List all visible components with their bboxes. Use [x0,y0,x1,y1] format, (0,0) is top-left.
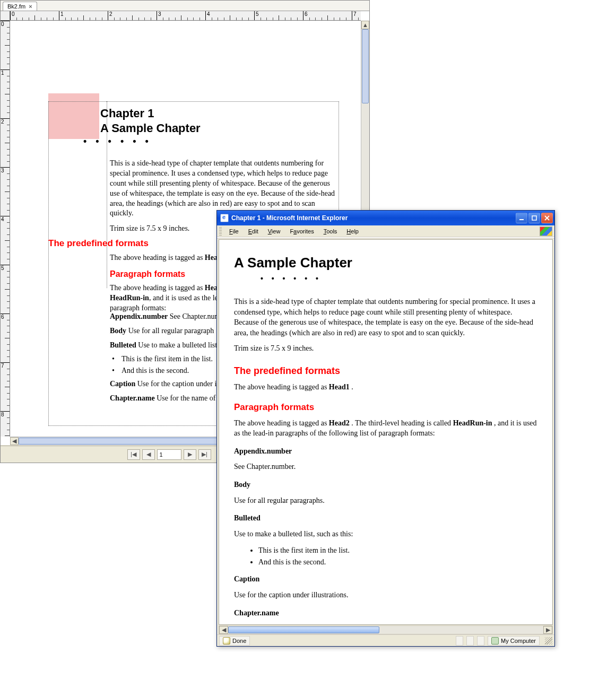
ruler-subtick [151,18,151,20]
ruler-subtick [358,18,359,20]
ruler-subtick [7,33,10,33]
vertical-ruler[interactable]: 012345678 [1,21,10,437]
minimize-button[interactable] [516,213,527,223]
chapter-title: A Sample Chapter [100,121,201,135]
ruler-tick: 0 [1,21,10,27]
term: Appendix.number [234,446,537,457]
definition: See Chapter.num [168,312,220,320]
paragraph: The above heading is tagged as Head1 . [234,382,537,393]
ruler-subtick [193,18,194,20]
ruler-subtick [29,18,29,20]
ruler-tick: 4 [1,216,10,222]
scroll-track[interactable] [228,626,543,634]
svg-rect-1 [532,216,536,220]
menu-favorites[interactable]: Favorites [285,227,318,236]
ruler-subtick [169,18,169,20]
horizontal-ruler[interactable]: 01234567 [10,11,361,21]
ruler-subtick [7,27,10,28]
toolbar-grip-icon[interactable] [219,227,222,236]
ruler-subtick [7,179,10,180]
prev-page-button[interactable]: ◀ [142,449,155,460]
close-button[interactable] [541,213,553,223]
status-text: Done [232,638,246,644]
ruler-subtick [212,18,212,20]
computer-icon [491,637,499,645]
decorative-dots: • • • • • • [261,274,537,283]
ruler-subtick [7,332,10,333]
definition: Use for all regular paragraphs. [234,495,537,506]
ruler-subtick [120,18,120,20]
scroll-left-icon[interactable]: ◀ [219,626,228,634]
text: The above heading is tagged as [234,383,329,391]
ruler-subtick [315,18,316,20]
ruler-subtick [7,381,10,381]
ruler-subtick [7,51,10,52]
text: This is the first item in the list. [122,355,213,363]
ruler-subtick [5,289,10,290]
scroll-thumb[interactable] [228,626,379,633]
close-icon[interactable]: × [29,3,32,10]
ruler-subtick [102,18,102,20]
paragraph: Trim size is 7.5 x 9 inches. [234,343,537,354]
ruler-subtick [175,18,176,20]
menu-edit[interactable]: Edit [244,227,263,236]
maximize-button[interactable] [528,213,540,223]
ruler-subtick [7,82,10,82]
browser-viewport[interactable]: A Sample Chapter • • • • • • This is a s… [219,239,553,625]
menu-file[interactable]: File [225,227,243,236]
ruler-subtick [126,18,127,20]
page-number-input[interactable]: 1 [157,449,181,460]
ruler-subtick [7,393,10,394]
ruler-subtick [5,387,10,387]
ruler-subtick [7,39,10,40]
menu-tools[interactable]: Tools [319,227,342,236]
ruler-subtick [7,186,10,186]
ruler-subtick [340,18,340,20]
resize-grip-icon[interactable] [545,637,552,645]
definition: Use for the caption under illustrations. [234,590,537,600]
definition: Use to make a bulleted list [136,341,217,349]
last-page-button[interactable]: ▶| [198,449,211,460]
scroll-up-icon[interactable]: ▲ [361,21,369,29]
menu-view[interactable]: View [264,227,285,236]
ruler-subtick [5,338,10,338]
ruler-subtick [7,417,10,418]
ruler-subtick [224,18,224,20]
definition: Use for the caption under i [135,380,216,388]
scroll-left-icon[interactable]: ◀ [10,437,19,445]
next-page-button[interactable]: ▶ [184,449,196,460]
done-icon [223,637,230,645]
document-tab[interactable]: Bk2.fm × [3,2,37,11]
scroll-thumb[interactable] [362,29,369,103]
term: Chapter.name [234,608,537,619]
ruler-subtick [90,18,90,20]
ruler-subtick [7,350,10,351]
window-controls [516,213,553,223]
ruler-subtick [7,222,10,223]
titlebar[interactable]: Chapter 1 - Microsoft Internet Explorer [217,211,554,225]
horizontal-scrollbar[interactable]: ◀ ▶ [219,625,553,634]
scroll-right-icon[interactable]: ▶ [543,626,552,634]
term: Caption [234,574,537,585]
ruler-subtick [273,18,273,20]
ruler-subtick [199,18,200,20]
ruler-subtick [7,247,10,247]
ruler-subtick [114,18,115,20]
status-cell [477,636,484,646]
ruler-subtick [334,18,334,20]
bold-text: Hea [205,254,218,262]
ruler-subtick [7,130,10,131]
ruler-tick: 2 [1,118,10,125]
menu-help[interactable]: Help [342,227,363,236]
ruler-subtick [77,18,78,20]
bold-text: HeadRun-in [453,419,492,427]
status-cell [466,636,474,646]
definition: See Chapter.number. [234,461,537,472]
ie-icon [220,214,229,222]
bullet-list: This is the first item in the list. And … [258,546,537,567]
ruler-subtick [7,106,10,107]
ruler-tick: 4 [205,11,210,20]
status-done: Done [219,636,250,646]
first-page-button[interactable]: |◀ [127,449,140,460]
ruler-subtick [16,18,17,20]
